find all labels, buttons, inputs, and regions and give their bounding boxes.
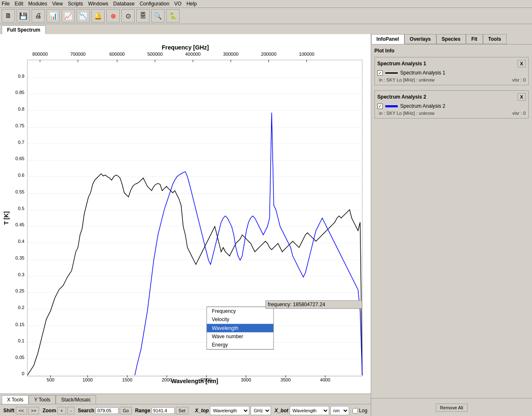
- toolbar: 🗎 💾 🖨 📊 📈 📉 🔔 ⊗ ⊙ 🗄 🔍 🐍: [0, 8, 532, 24]
- tab-bar: Full Spectrum: [0, 24, 532, 34]
- plot-info-title: Plot Info: [374, 48, 529, 54]
- spectrum-2-color: [385, 105, 398, 107]
- toolbar-save[interactable]: 💾: [17, 9, 30, 22]
- info-panel-content: Plot Info Spectrum Analysis 1 X ✓ Spectr…: [371, 45, 532, 398]
- shift-prev[interactable]: <<: [16, 407, 27, 414]
- panel-tab-tools[interactable]: Tools: [483, 34, 507, 44]
- zoom-in[interactable]: +: [57, 407, 66, 414]
- toolbar-python[interactable]: 🐍: [166, 9, 180, 22]
- panel-bottom: Remove All: [371, 398, 532, 416]
- svg-text:0.6: 0.6: [18, 173, 24, 178]
- dropdown-frequency[interactable]: Frequency: [207, 307, 273, 315]
- svg-text:700000: 700000: [70, 52, 86, 57]
- toolbar-spectrum[interactable]: 📊: [47, 9, 60, 22]
- tab-full-spectrum[interactable]: Full Spectrum: [2, 25, 46, 34]
- spectrum-2-title: Spectrum Analysis 2 X: [377, 93, 526, 101]
- svg-text:0.15: 0.15: [15, 322, 25, 327]
- range-group: Range Set: [135, 407, 188, 414]
- menu-file[interactable]: File: [2, 1, 10, 7]
- bottom-tools: X Tools Y Tools Stack/Mosaic Shift << >>…: [0, 394, 371, 416]
- right-panel: InfoPanel Overlays Species Fit Tools Plo…: [371, 34, 532, 416]
- tab-x-tools[interactable]: X Tools: [2, 395, 29, 404]
- xbot-unit[interactable]: nm um mm: [330, 406, 349, 415]
- panel-tab-species[interactable]: Species: [436, 34, 466, 44]
- toolbar-circle[interactable]: ⊙: [121, 9, 135, 22]
- xtop-group: X_top Frequency Velocity Wavelength Wave…: [195, 406, 271, 415]
- range-input[interactable]: [152, 407, 175, 414]
- toolbar-print[interactable]: 🖨: [32, 9, 45, 22]
- svg-text:500: 500: [47, 377, 54, 382]
- panel-tab-fit[interactable]: Fit: [466, 34, 483, 44]
- frequency-display: frequency: 185804727.24: [265, 300, 362, 309]
- zoom-group: Zoom + -: [42, 407, 74, 414]
- zoom-out[interactable]: -: [67, 407, 75, 414]
- toolbar-stop[interactable]: ⊗: [106, 9, 120, 22]
- spectrum-1-close[interactable]: X: [517, 60, 526, 67]
- menu-help[interactable]: Help: [187, 1, 197, 7]
- bottom-tab-bar: X Tools Y Tools Stack/Mosaic: [0, 394, 371, 404]
- plot-container: Frequency [GHz] 800000 700000 600000 500…: [0, 34, 371, 416]
- menu-view[interactable]: View: [52, 1, 63, 7]
- toolbar-analysis[interactable]: 📉: [76, 9, 90, 22]
- spectrum-box-2: Spectrum Analysis 2 X ✓ Spectrum Analysi…: [374, 90, 529, 119]
- svg-text:0.4: 0.4: [18, 239, 24, 244]
- svg-text:200000: 200000: [261, 52, 276, 57]
- dropdown-energy[interactable]: Energy: [207, 341, 273, 349]
- svg-text:0.2: 0.2: [18, 305, 24, 310]
- spectrum-1-color: [385, 72, 398, 74]
- svg-text:600000: 600000: [109, 52, 125, 57]
- svg-text:0.05: 0.05: [15, 355, 25, 360]
- search-group: Search Go: [78, 407, 132, 414]
- spectrum-1-checkbox[interactable]: ✓: [377, 70, 383, 76]
- log-group: Log: [352, 408, 367, 414]
- svg-text:3000: 3000: [241, 377, 251, 382]
- toolbar-search[interactable]: 🔍: [151, 9, 165, 22]
- svg-text:0.9: 0.9: [18, 74, 24, 79]
- toolbar-plot[interactable]: 📈: [62, 9, 75, 22]
- xtop-unit[interactable]: GHz MHz THz: [251, 406, 271, 415]
- svg-text:300000: 300000: [223, 52, 239, 57]
- tab-stack-mosaic[interactable]: Stack/Mosaic: [56, 395, 96, 404]
- log-checkbox[interactable]: [352, 408, 358, 414]
- xtop-select[interactable]: Frequency Velocity Wavelength Wave numbe…: [210, 406, 249, 415]
- search-input[interactable]: [96, 407, 118, 414]
- menu-modules[interactable]: Modules: [28, 1, 47, 7]
- spectrum-1-title: Spectrum Analysis 1 X: [377, 60, 526, 67]
- plot-svg[interactable]: Frequency [GHz] 800000 700000 600000 500…: [0, 34, 371, 394]
- shift-next[interactable]: >>: [28, 407, 39, 414]
- toolbar-alert[interactable]: 🔔: [91, 9, 105, 22]
- xbot-label: X_bot: [274, 408, 288, 414]
- svg-text:0.7: 0.7: [18, 140, 24, 145]
- svg-text:0.55: 0.55: [15, 189, 25, 194]
- go-button[interactable]: Go: [120, 407, 132, 414]
- menu-edit[interactable]: Edit: [15, 1, 23, 7]
- dropdown-velocity[interactable]: Velocity: [207, 315, 273, 324]
- dropdown-wavelength[interactable]: Wavelength: [207, 324, 273, 332]
- dropdown-wavenumber[interactable]: Wave number: [207, 332, 273, 341]
- svg-text:100000: 100000: [299, 52, 314, 57]
- main-content: Frequency [GHz] 800000 700000 600000 500…: [0, 34, 532, 416]
- remove-all-button[interactable]: Remove All: [436, 404, 468, 412]
- svg-text:400000: 400000: [185, 52, 201, 57]
- menu-configuration[interactable]: Configuration: [140, 1, 169, 7]
- xtop-label: X_top: [195, 408, 209, 414]
- panel-tab-overlays[interactable]: Overlays: [404, 34, 436, 44]
- spectrum-2-close[interactable]: X: [517, 93, 526, 101]
- menu-windows[interactable]: Windows: [88, 1, 108, 7]
- menu-scripts[interactable]: Scripts: [68, 1, 83, 7]
- svg-text:0.1: 0.1: [18, 338, 24, 343]
- toolbar-db[interactable]: 🗄: [136, 9, 150, 22]
- menu-database[interactable]: Database: [113, 1, 135, 7]
- menu-vo[interactable]: VO: [174, 1, 181, 7]
- spectrum-1-info: in : SKY Lo [MHz] : unknow vlsr : 0: [377, 77, 526, 82]
- tab-y-tools[interactable]: Y Tools: [29, 395, 56, 404]
- svg-text:0.5: 0.5: [18, 206, 24, 211]
- svg-text:0.3: 0.3: [18, 272, 24, 277]
- svg-text:0.25: 0.25: [15, 289, 25, 294]
- xbot-select[interactable]: Frequency Velocity Wavelength Wave numbe…: [290, 406, 329, 415]
- toolbar-new[interactable]: 🗎: [2, 9, 15, 22]
- svg-text:1000: 1000: [82, 377, 93, 382]
- panel-tab-infopanel[interactable]: InfoPanel: [371, 34, 404, 44]
- spectrum-2-checkbox[interactable]: ✓: [377, 104, 383, 109]
- set-button[interactable]: Set: [176, 407, 189, 414]
